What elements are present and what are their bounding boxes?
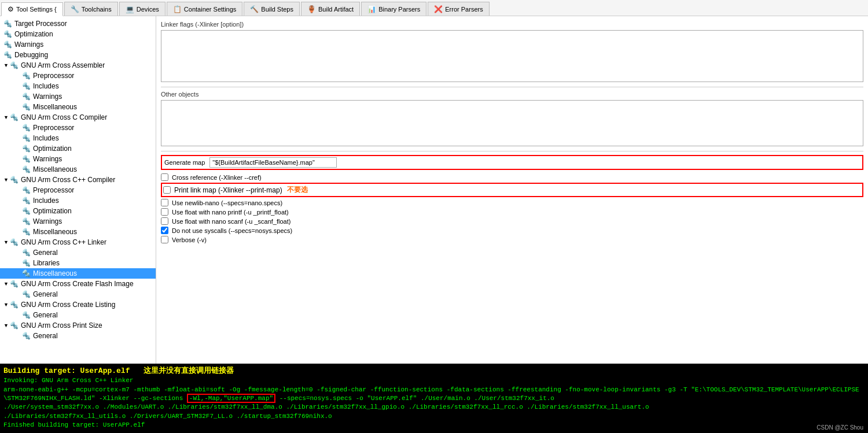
checkbox-float-printf[interactable] [161, 208, 168, 216]
checkbox-no-syscalls[interactable] [161, 227, 168, 234]
tab-label-toolchains: Toolchains [82, 6, 112, 13]
tree-icon-flash-general: 🔩 [22, 290, 31, 298]
checkbox-row-newlib-nano: Use newlib-nano (--specs=nano.specs) [161, 199, 863, 206]
linker-flags-section: Linker flags (-Xlinker [option]) [161, 21, 863, 82]
tree-item-optimization[interactable]: 🔩 Optimization [0, 29, 156, 39]
section-divider-1 [161, 87, 863, 87]
checkbox-float-scanf[interactable] [161, 217, 168, 225]
tree-item-cc-preprocessor[interactable]: 🔩 Preprocessor [0, 123, 156, 133]
tree-icon-asm-includes: 🔩 [22, 82, 31, 90]
tree-icon-cc-preprocessor: 🔩 [22, 124, 31, 132]
console-line-1: Invoking: GNU Arm Cross C++ Linker [3, 376, 865, 385]
tree-label-cc-optimization: Optimization [33, 145, 72, 153]
other-objects-label: Other objects [161, 91, 863, 98]
tree-item-debugging[interactable]: 🔩 Debugging [0, 50, 156, 60]
tree-item-target-processor[interactable]: 🔩 Target Processor [0, 18, 156, 29]
tree-label-flash-general: General [33, 290, 58, 298]
tab-tool-settings[interactable]: ⚙ Tool Settings { [1, 2, 63, 16]
print-link-map-annotation: 不要选 [287, 185, 308, 195]
tab-icon-devices: 💻 [126, 5, 134, 13]
tab-label-build-artifact: Build Artifact [318, 6, 354, 13]
tree-group-flash-image[interactable]: ▼ 🔩 GNU Arm Cross Create Flash Image [0, 279, 156, 289]
tree-group-gnu-assembler[interactable]: ▼ 🔩 GNU Arm Cross Assembler [0, 60, 156, 71]
tree-icon-cpp-includes: 🔩 [22, 197, 31, 205]
tab-build-steps[interactable]: 🔨 Build Steps [244, 2, 300, 16]
tree-item-cc-miscellaneous[interactable]: 🔩 Miscellaneous [0, 164, 156, 175]
tree-item-cpp-preprocessor[interactable]: 🔩 Preprocessor [0, 185, 156, 195]
tree-group-gnu-c-compiler[interactable]: ▼ 🔩 GNU Arm Cross C Compiler [0, 112, 156, 123]
tree-label-asm-warnings: Warnings [33, 92, 62, 101]
tree-item-cpp-warnings[interactable]: 🔩 Warnings [0, 216, 156, 227]
label-no-syscalls: Do not use syscalls (--specs=nosys.specs… [172, 227, 292, 234]
linker-flags-label: Linker flags (-Xlinker [option]) [161, 21, 863, 28]
tree-item-linker-general[interactable]: 🔩 General [0, 247, 156, 258]
tree-item-listing-general[interactable]: 🔩 General [0, 310, 156, 320]
tree-panel: 🔩 Target Processor 🔩 Optimization 🔩 Warn… [0, 16, 156, 364]
tree-group-gnu-cpp-linker[interactable]: ▼ 🔩 GNU Arm Cross C++ Linker [0, 237, 156, 247]
console-line-3: Finished building target: UserAPP.elf [3, 421, 865, 430]
checkbox-cross-ref[interactable] [161, 173, 168, 181]
tree-label-linker-libraries: Libraries [33, 259, 60, 267]
tree-label-optimization: Optimization [14, 30, 53, 38]
tab-error-parsers[interactable]: ❌ Error Parsers [428, 2, 489, 16]
tab-devices[interactable]: 💻 Devices [119, 2, 165, 16]
tree-item-cc-warnings[interactable]: 🔩 Warnings [0, 154, 156, 164]
tree-item-cpp-includes[interactable]: 🔩 Includes [0, 195, 156, 206]
tree-item-print-general[interactable]: 🔩 General [0, 331, 156, 341]
checkbox-newlib-nano[interactable] [161, 199, 168, 206]
tab-icon-tool-settings: ⚙ [8, 5, 14, 13]
tree-item-linker-libraries[interactable]: 🔩 Libraries [0, 258, 156, 268]
tab-toolchains[interactable]: 🔧 Toolchains [64, 2, 118, 16]
tree-icon-linker-general: 🔩 [22, 249, 31, 257]
other-objects-textarea[interactable] [161, 100, 863, 146]
tree-label-cc-warnings: Warnings [33, 155, 62, 163]
tree-item-asm-warnings[interactable]: 🔩 Warnings [0, 91, 156, 102]
tab-icon-container-settings: 📋 [173, 5, 182, 13]
tree-label-cpp-optimization: Optimization [33, 207, 72, 215]
tree-icon-flash-image: 🔩 [10, 280, 19, 288]
checkbox-row-float-printf: Use float with nano printf (-u _printf_f… [161, 208, 863, 216]
tree-icon-cc-optimization: 🔩 [22, 145, 31, 153]
tree-item-asm-includes[interactable]: 🔩 Includes [0, 81, 156, 91]
tree-item-linker-miscellaneous[interactable]: 🔩 Miscellaneous [0, 268, 156, 279]
tree-icon-cpp-warnings: 🔩 [22, 217, 31, 225]
tree-label-listing: GNU Arm Cross Create Listing [21, 301, 115, 309]
tree-icon-listing: 🔩 [10, 301, 19, 309]
tree-label-cpp-miscellaneous: Miscellaneous [33, 228, 77, 236]
linker-flags-textarea[interactable] [161, 30, 863, 82]
tree-item-warnings[interactable]: 🔩 Warnings [0, 39, 156, 50]
tree-item-flash-general[interactable]: 🔩 General [0, 289, 156, 299]
checkbox-print-link-map[interactable] [163, 186, 171, 194]
content-area: 🔩 Target Processor 🔩 Optimization 🔩 Warn… [0, 16, 868, 364]
tree-group-listing[interactable]: ▼ 🔩 GNU Arm Cross Create Listing [0, 299, 156, 310]
tree-group-print-size[interactable]: ▼ 🔩 GNU Arm Cross Print Size [0, 320, 156, 331]
tree-item-cc-includes[interactable]: 🔩 Includes [0, 133, 156, 143]
arrow-icon-cpp-linker: ▼ [3, 239, 9, 245]
label-newlib-nano: Use newlib-nano (--specs=nano.specs) [172, 199, 282, 206]
tab-container-settings[interactable]: 📋 Container Settings [167, 2, 243, 16]
tree-group-gnu-cpp-compiler[interactable]: ▼ 🔩 GNU Arm Cross C++ Compiler [0, 175, 156, 185]
tree-icon-cpp-linker: 🔩 [10, 238, 19, 246]
tree-label-linker-miscellaneous: Miscellaneous [33, 269, 77, 277]
tree-item-cpp-optimization[interactable]: 🔩 Optimization [0, 206, 156, 216]
tree-label-print-size: GNU Arm Cross Print Size [21, 321, 102, 330]
other-objects-section: Other objects [161, 91, 863, 146]
tree-label-cc-preprocessor: Preprocessor [33, 124, 74, 132]
checkbox-verbose[interactable] [161, 236, 168, 243]
generate-map-input[interactable] [209, 157, 337, 168]
label-float-printf: Use float with nano printf (-u _printf_f… [172, 209, 289, 216]
tree-item-asm-preprocessor[interactable]: 🔩 Preprocessor [0, 71, 156, 81]
tree-icon-linker-miscellaneous: 🔩 [22, 269, 31, 277]
tree-item-cc-optimization[interactable]: 🔩 Optimization [0, 143, 156, 154]
tab-binary-parsers[interactable]: 📊 Binary Parsers [361, 2, 426, 16]
tab-build-artifact[interactable]: 🏺 Build Artifact [301, 2, 360, 16]
tree-item-asm-miscellaneous[interactable]: 🔩 Miscellaneous [0, 102, 156, 112]
tree-label-cc-includes: Includes [33, 134, 59, 142]
tree-label-asm-miscellaneous: Miscellaneous [33, 103, 77, 111]
tree-icon-linker-libraries: 🔩 [22, 259, 31, 267]
tree-label-asm-preprocessor: Preprocessor [33, 72, 74, 80]
tree-label-cpp-warnings: Warnings [33, 217, 62, 225]
tree-item-cpp-miscellaneous[interactable]: 🔩 Miscellaneous [0, 227, 156, 237]
tree-icon-optimization: 🔩 [3, 30, 12, 38]
tree-icon-asm-warnings: 🔩 [22, 92, 31, 101]
